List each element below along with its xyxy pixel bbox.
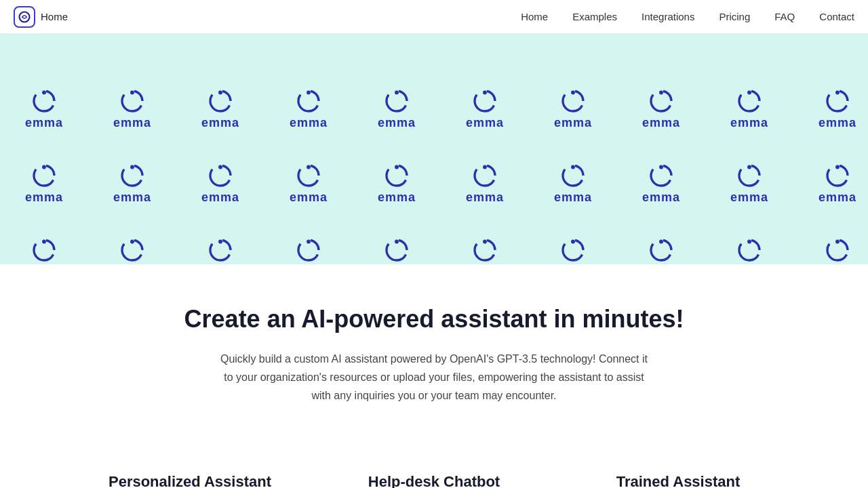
svg-point-24: [130, 165, 134, 169]
emma-logo-item: emma: [176, 220, 264, 264]
brand[interactable]: Home: [14, 6, 68, 28]
svg-point-46: [218, 239, 222, 243]
feature-title-personalized: Personalized Assistant: [88, 473, 292, 488]
svg-point-56: [659, 239, 663, 243]
emma-logo-item: emma: [0, 71, 88, 146]
svg-point-8: [307, 90, 311, 94]
emma-logo-item: emma: [176, 71, 264, 146]
svg-point-52: [483, 239, 487, 243]
emma-logo-item: emma: [264, 71, 353, 146]
emma-logo-item: emma: [793, 71, 868, 146]
svg-point-40: [835, 165, 840, 169]
nav-link-contact[interactable]: Contact: [819, 11, 854, 22]
emma-logo-item: emma: [529, 220, 617, 264]
emma-logo-item: emma: [0, 146, 88, 220]
svg-point-50: [395, 239, 399, 243]
emma-logo-item: emma: [0, 220, 88, 264]
emma-logo-item: emma: [441, 71, 529, 146]
svg-point-22: [42, 165, 46, 169]
emma-logo-item: emma: [793, 146, 868, 220]
emma-logo-item: emma: [88, 146, 176, 220]
hero-pattern: emma emma emma emma emma: [0, 34, 868, 264]
svg-point-34: [571, 165, 575, 169]
svg-point-14: [571, 90, 575, 94]
emma-logo-item: emma: [705, 146, 793, 220]
hero-description: Quickly build a custom AI assistant powe…: [217, 350, 651, 405]
nav-link-integrations[interactable]: Integrations: [642, 11, 694, 22]
hero-title: Create an AI-powered assistant in minute…: [142, 305, 726, 333]
nav-links: HomeExamplesIntegrationsPricingFAQContac…: [521, 11, 854, 23]
nav-link-examples[interactable]: Examples: [572, 11, 617, 22]
emma-logo-item: emma: [264, 220, 353, 264]
emma-logo-item: emma: [617, 71, 705, 146]
svg-point-0: [20, 12, 30, 22]
svg-point-32: [483, 165, 487, 169]
nav-link-home[interactable]: Home: [521, 11, 548, 22]
emma-logo-item: emma: [353, 220, 441, 264]
brand-label: Home: [41, 11, 68, 22]
emma-logo-item: emma: [353, 71, 441, 146]
feature-item-personalized: Personalized Assistant: [88, 473, 292, 488]
emma-logo-item: emma: [529, 71, 617, 146]
svg-point-38: [747, 165, 751, 169]
svg-point-44: [130, 239, 134, 243]
svg-point-20: [835, 90, 840, 94]
emma-logo-item: emma: [705, 71, 793, 146]
emma-logo-item: emma: [88, 71, 176, 146]
svg-point-16: [659, 90, 663, 94]
feature-title-trained: Trained Assistant: [576, 473, 780, 488]
emma-logo-item: emma: [705, 220, 793, 264]
navbar: Home HomeExamplesIntegrationsPricingFAQC…: [0, 0, 868, 34]
emma-logo-item: emma: [617, 220, 705, 264]
feature-item-trained: Trained Assistant: [576, 473, 780, 488]
main-content: Create an AI-powered assistant in minute…: [129, 264, 739, 432]
svg-point-30: [395, 165, 399, 169]
page-wrapper: Home HomeExamplesIntegrationsPricingFAQC…: [0, 0, 868, 488]
svg-point-2: [42, 90, 46, 94]
svg-point-26: [218, 165, 222, 169]
svg-point-58: [747, 239, 751, 243]
hero-section: emma emma emma emma emma: [0, 34, 868, 264]
svg-point-4: [130, 90, 134, 94]
emma-logo-item: emma: [529, 146, 617, 220]
emma-logo-item: emma: [264, 146, 353, 220]
svg-point-6: [218, 90, 222, 94]
nav-link-pricing[interactable]: Pricing: [719, 11, 750, 22]
emma-logo-item: emma: [353, 146, 441, 220]
emma-logo-item: emma: [441, 220, 529, 264]
svg-point-36: [659, 165, 663, 169]
emma-logo-item: emma: [617, 146, 705, 220]
svg-point-28: [307, 165, 311, 169]
svg-point-54: [571, 239, 575, 243]
features-row: Personalized AssistantHelp-desk ChatbotT…: [0, 432, 868, 488]
svg-point-12: [483, 90, 487, 94]
pattern-grid: emma emma emma emma emma: [0, 64, 868, 264]
svg-point-10: [395, 90, 399, 94]
svg-point-42: [42, 239, 46, 243]
emma-logo-item: emma: [88, 220, 176, 264]
feature-title-helpdesk: Help-desk Chatbot: [332, 473, 536, 488]
svg-point-18: [747, 90, 751, 94]
emma-logo-item: emma: [793, 220, 868, 264]
svg-point-48: [307, 239, 311, 243]
svg-point-60: [835, 239, 840, 243]
emma-logo-item: emma: [176, 146, 264, 220]
brand-icon: [14, 6, 35, 28]
nav-link-faq[interactable]: FAQ: [774, 11, 795, 22]
emma-logo-item: emma: [441, 146, 529, 220]
feature-item-helpdesk: Help-desk Chatbot: [332, 473, 536, 488]
